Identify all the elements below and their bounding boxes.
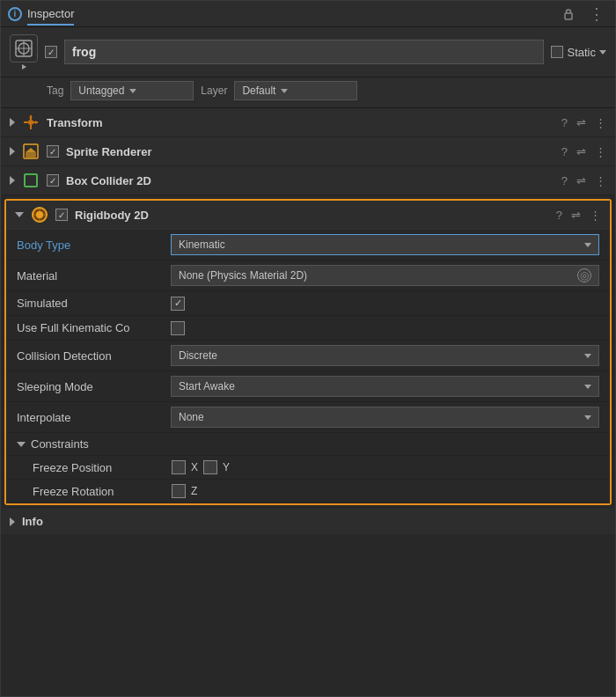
use-full-kinematic-row: Use Full Kinematic Co — [6, 316, 610, 341]
tab-title: Inspector — [27, 7, 74, 26]
sprite-renderer-name: Sprite Renderer — [66, 145, 554, 158]
transform-menu-icon[interactable]: ⋮ — [595, 116, 606, 129]
tab-bar: i Inspector ⋮ — [1, 1, 615, 27]
lock-icon — [562, 8, 575, 20]
constraints-label: Constraints — [31, 437, 89, 451]
box-collider-icon — [22, 172, 40, 189]
sprite-expand[interactable] — [10, 147, 15, 156]
simulated-checkbox[interactable] — [171, 297, 185, 311]
freeze-rotation-label: Freeze Rotation — [33, 485, 165, 498]
collision-detection-value: Discrete — [171, 345, 599, 366]
rigidbody-header: Rigidbody 2D ? ⇌ ⋮ — [6, 201, 610, 230]
layer-arrow — [281, 89, 288, 93]
material-label: Material — [17, 269, 171, 282]
transform-help-icon[interactable]: ? — [561, 116, 568, 129]
constraints-expand[interactable] — [17, 442, 26, 447]
box-collider-help-icon[interactable]: ? — [561, 174, 568, 187]
material-value: None (Physics Material 2D) — [171, 265, 599, 286]
simulated-row: Simulated — [6, 291, 610, 316]
freeze-z-label: Z — [191, 485, 197, 497]
object-expand-arrow — [22, 64, 26, 70]
constraints-header: Constraints — [6, 433, 610, 456]
tab-actions: ⋮ — [561, 3, 608, 26]
sprite-renderer-help-icon[interactable]: ? — [561, 145, 568, 158]
body-type-dropdown[interactable]: Kinematic — [171, 234, 599, 255]
transform-icon — [22, 114, 40, 131]
sleeping-mode-value: Start Awake — [171, 376, 599, 397]
transform-settings-icon[interactable]: ⇌ — [576, 116, 586, 129]
box-collider-menu-icon[interactable]: ⋮ — [595, 174, 606, 187]
box-collider-settings-icon[interactable]: ⇌ — [576, 174, 586, 187]
rigidbody-panel: Rigidbody 2D ? ⇌ ⋮ Body Type Kinematic — [4, 199, 612, 505]
svg-rect-0 — [565, 13, 572, 19]
svg-rect-13 — [26, 152, 36, 158]
menu-button[interactable]: ⋮ — [587, 3, 608, 26]
rigidbody-menu-icon[interactable]: ⋮ — [590, 209, 601, 222]
transform-component-row: Transform ? ⇌ ⋮ — [1, 108, 615, 137]
interpolate-arrow — [584, 415, 591, 420]
freeze-position-x-checkbox[interactable] — [172, 460, 186, 474]
body-type-label: Body Type — [17, 238, 171, 252]
inspector-panel: i Inspector ⋮ — [0, 0, 616, 697]
interpolate-dropdown[interactable]: None — [171, 407, 599, 428]
static-dropdown-arrow[interactable] — [599, 50, 606, 55]
sprite-renderer-settings-icon[interactable]: ⇌ — [576, 145, 586, 158]
freeze-position-row: Freeze Position X Y — [6, 456, 610, 480]
sleeping-mode-text: Start Awake — [179, 380, 235, 393]
tag-dropdown[interactable]: Untagged — [70, 81, 194, 100]
sleeping-mode-arrow — [584, 385, 591, 389]
material-text: None (Physics Material 2D) — [179, 269, 307, 282]
freeze-rotation-z-checkbox[interactable] — [172, 484, 186, 498]
layer-dropdown[interactable]: Default — [234, 81, 357, 100]
interpolate-label: Interpolate — [17, 411, 171, 424]
body-type-row: Body Type Kinematic — [6, 230, 610, 260]
info-label: Info — [22, 515, 43, 528]
freeze-position-checkboxes: X Y — [172, 460, 230, 474]
sleeping-mode-row: Sleeping Mode Start Awake — [6, 371, 610, 402]
object-active-checkbox[interactable] — [45, 46, 57, 58]
freeze-rotation-row: Freeze Rotation Z — [6, 480, 610, 503]
body-type-arrow — [584, 243, 591, 247]
info-expand[interactable] — [10, 517, 15, 526]
collision-detection-text: Discrete — [179, 349, 217, 362]
freeze-position-y-checkbox[interactable] — [203, 460, 217, 474]
layer-label: Layer — [201, 84, 227, 97]
static-container: Static — [551, 46, 606, 59]
transform-actions: ? ⇌ ⋮ — [561, 116, 606, 129]
simulated-value — [171, 297, 599, 311]
static-checkbox[interactable] — [551, 46, 563, 58]
rigidbody-settings-icon[interactable]: ⇌ — [571, 209, 581, 222]
svg-marker-10 — [29, 115, 33, 118]
freeze-y-label: Y — [223, 461, 230, 473]
use-full-value — [171, 321, 599, 335]
rigidbody-checkbox[interactable] — [55, 209, 68, 221]
rigidbody-expand[interactable] — [15, 212, 24, 217]
sprite-renderer-menu-icon[interactable]: ⋮ — [595, 145, 606, 158]
freeze-rotation-checkboxes: Z — [172, 484, 197, 498]
rigidbody-icon — [31, 206, 48, 224]
info-icon: i — [8, 7, 22, 21]
collision-detection-row: Collision Detection Discrete — [6, 341, 610, 371]
sprite-renderer-icon — [22, 143, 40, 160]
interpolate-row: Interpolate None — [6, 402, 610, 433]
object-header: Static — [1, 27, 615, 77]
material-field[interactable]: None (Physics Material 2D) — [171, 265, 599, 286]
material-target-icon[interactable] — [577, 268, 591, 282]
interpolate-value: None — [171, 407, 599, 428]
sprite-renderer-actions: ? ⇌ ⋮ — [561, 145, 606, 158]
lock-button[interactable] — [561, 6, 576, 22]
collision-detection-dropdown[interactable]: Discrete — [171, 345, 599, 366]
object-name-input[interactable] — [64, 40, 544, 64]
box-collider-expand[interactable] — [10, 176, 15, 185]
box-collider-actions: ? ⇌ ⋮ — [561, 174, 606, 187]
use-full-checkbox[interactable] — [171, 321, 185, 335]
svg-rect-14 — [25, 174, 37, 187]
tag-label: Tag — [47, 84, 63, 97]
sleeping-mode-dropdown[interactable]: Start Awake — [171, 376, 599, 397]
transform-expand[interactable] — [10, 118, 15, 127]
object-icon — [10, 34, 38, 62]
sprite-renderer-component-row: Sprite Renderer ? ⇌ ⋮ — [1, 137, 615, 166]
sprite-renderer-checkbox[interactable] — [47, 145, 59, 158]
rigidbody-help-icon[interactable]: ? — [556, 209, 562, 222]
box-collider-checkbox[interactable] — [47, 174, 59, 187]
